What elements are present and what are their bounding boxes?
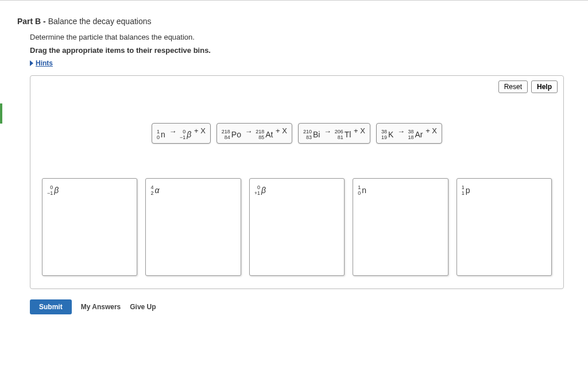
bins-row: 0−1 β 42 α 0+1 β [38,178,555,276]
action-buttons-row: Submit My Answers Give Up [30,299,571,314]
bin-beta-plus[interactable]: 0+1 β [249,178,345,276]
part-label: Part B [17,17,41,26]
give-up-button[interactable]: Give Up [130,303,156,311]
reset-button[interactable]: Reset [498,80,528,93]
arena-toolbar: Reset Help [498,80,558,93]
draggable-equation-0[interactable]: 10 n → 0−1 β + X [152,123,211,144]
instruction-line-2: Drag the appropriate items to their resp… [30,46,571,55]
bin-label: 0−1 β [47,182,59,196]
bin-proton[interactable]: 11 p [457,178,552,276]
hints-toggle[interactable]: Hints [30,59,571,67]
arrow-icon: → [396,127,406,136]
hints-label: Hints [36,59,53,67]
bin-label: 11 p [462,182,471,196]
part-title: Part B - Balance the decay equations [17,17,571,26]
left-edge-accent [0,103,2,124]
draggable-items-row: 10 n → 0−1 β + X 21884 Po → 21885 [38,123,555,144]
top-divider [0,0,588,1]
bin-label: 42 α [150,182,160,196]
bin-beta-minus[interactable]: 0−1 β [42,178,137,276]
part-subtitle: Balance the decay equations [48,17,152,26]
part-container: Part B - Balance the decay equations Det… [0,6,588,337]
bin-alpha[interactable]: 42 α [145,178,241,276]
arrow-icon: → [168,127,177,136]
bin-label: 10 n [358,182,367,196]
my-answers-button[interactable]: My Answers [81,303,121,311]
draggable-equation-1[interactable]: 21884 Po → 21885 At + X [216,123,292,144]
drag-drop-arena: Reset Help 10 n → 0−1 β + X 21884 [30,75,564,289]
arrow-icon: → [244,127,254,136]
draggable-equation-2[interactable]: 21083 Bi → 20681 Tl + X [298,123,370,144]
instruction-line-1: Determine the particle that balances the… [30,33,571,41]
bin-neutron[interactable]: 10 n [353,178,448,276]
caret-right-icon [30,60,33,66]
help-button[interactable]: Help [531,80,558,93]
draggable-equation-3[interactable]: 3819 K → 3818 Ar + X [376,123,442,144]
arrow-icon: → [323,127,332,136]
bin-label: 0+1 β [254,182,266,196]
submit-button[interactable]: Submit [30,299,72,314]
